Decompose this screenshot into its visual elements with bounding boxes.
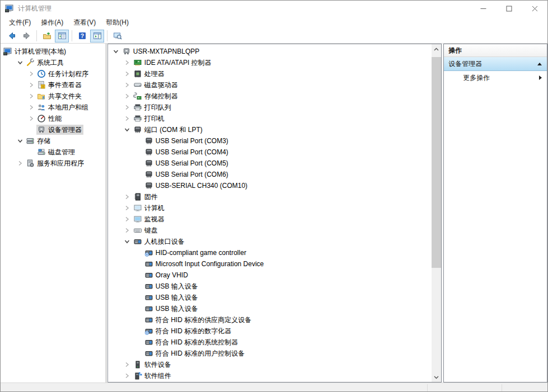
device-item[interactable]: USB Serial Port (COM6): [108, 169, 432, 180]
device-item[interactable]: 打印队列: [108, 102, 432, 113]
up-one-level-button[interactable]: [40, 30, 54, 42]
computer-management-window: 计算机管理 文件(F)操作(A)查看(V)帮助(H) ? 计算机管理(本地)系统…: [0, 0, 548, 392]
device-item-label: 监视器: [144, 215, 165, 224]
chevron-right-icon[interactable]: [26, 103, 36, 112]
tree-item-label: 设备管理器: [48, 125, 82, 134]
tree-item[interactable]: 存储: [1, 135, 106, 147]
chevron-down-icon[interactable]: [122, 237, 133, 246]
help-button[interactable]: ?: [75, 30, 89, 42]
scrollbar-thumb[interactable]: [432, 57, 441, 268]
device-item[interactable]: USR-MXTAPNBLQPP: [108, 46, 432, 57]
actions-group-title: 设备管理器: [448, 59, 482, 69]
device-item[interactable]: USB 输入设备: [108, 303, 432, 314]
chevron-down-icon[interactable]: [15, 58, 25, 67]
device-item-label: 存储控制器: [144, 92, 178, 101]
device-item[interactable]: 软件设备: [108, 359, 432, 370]
chevron-right-icon[interactable]: [15, 159, 25, 168]
device-item[interactable]: 符合 HID 标准的系统控制器: [108, 337, 432, 348]
device-item[interactable]: USB Serial Port (COM5): [108, 158, 432, 169]
chevron-right-icon[interactable]: [26, 92, 36, 101]
hid-icon: [144, 259, 153, 268]
chevron-right-icon[interactable]: [122, 92, 133, 101]
device-item[interactable]: HID-compliant game controller: [108, 247, 432, 258]
tree-item-label: 存储: [37, 136, 50, 145]
device-item[interactable]: USB 输入设备: [108, 281, 432, 292]
device-item[interactable]: 存储控制器: [108, 91, 432, 102]
tree-item[interactable]: 事件查看器: [1, 79, 106, 91]
actions-group-device-manager[interactable]: 设备管理器: [444, 57, 547, 71]
chevron-right-icon[interactable]: [26, 114, 36, 123]
maximize-button[interactable]: [496, 1, 522, 16]
tree-item[interactable]: 磁盘管理: [1, 147, 106, 158]
chevron-right-icon[interactable]: [122, 371, 133, 380]
hid-icon: [144, 349, 153, 358]
back-button[interactable]: [4, 30, 18, 42]
chevron-right-icon[interactable]: [122, 81, 133, 89]
collapse-group-icon[interactable]: [537, 63, 542, 65]
chevron-right-icon[interactable]: [122, 360, 133, 369]
device-item[interactable]: 软件组件: [108, 370, 432, 381]
hid-icon: [144, 293, 153, 302]
tree-item[interactable]: 共享文件夹: [1, 91, 106, 102]
device-item[interactable]: 磁盘驱动器: [108, 79, 432, 91]
device-item[interactable]: USB-SERIAL CH340 (COM10): [108, 180, 432, 191]
device-item[interactable]: 打印机: [108, 113, 432, 124]
menu-item[interactable]: 文件(F): [4, 16, 36, 29]
chevron-right-icon[interactable]: [26, 81, 36, 89]
scan-hardware-changes-button[interactable]: [110, 30, 124, 42]
device-item[interactable]: Microsoft Input Configuration Device: [108, 258, 432, 270]
chevron-down-icon[interactable]: [122, 125, 133, 134]
chevron-down-icon[interactable]: [111, 47, 121, 56]
chevron-slot: [133, 170, 144, 179]
chevron-right-icon[interactable]: [122, 215, 133, 224]
chevron-down-icon[interactable]: [15, 136, 25, 145]
chevron-right-icon[interactable]: [122, 103, 133, 112]
chevron-right-icon[interactable]: [26, 69, 36, 78]
more-actions-item[interactable]: 更多操作: [444, 71, 547, 84]
tree-item[interactable]: 系统工具: [1, 57, 106, 68]
menu-item[interactable]: 帮助(H): [101, 16, 134, 29]
device-item[interactable]: USB Serial Port (COM4): [108, 147, 432, 158]
device-item[interactable]: 键盘: [108, 225, 432, 236]
device-item[interactable]: 符合 HID 标准的用户控制设备: [108, 348, 432, 359]
tree-item[interactable]: 本地用户和组: [1, 102, 106, 113]
device-item[interactable]: IDE ATA/ATAPI 控制器: [108, 57, 432, 68]
device-item-label: 计算机: [144, 204, 165, 212]
scroll-up-button[interactable]: [432, 44, 441, 54]
device-item[interactable]: 计算机: [108, 202, 432, 214]
vertical-scrollbar[interactable]: [432, 44, 441, 382]
menu-item[interactable]: 操作(A): [36, 16, 68, 29]
device-item[interactable]: 监视器: [108, 214, 432, 225]
device-item[interactable]: 处理器: [108, 68, 432, 79]
chevron-right-icon[interactable]: [122, 58, 133, 67]
device-item[interactable]: 符合 HID 标准的供应商定义设备: [108, 314, 432, 325]
device-item[interactable]: 人机接口设备: [108, 236, 432, 247]
more-actions-arrow-icon: [539, 75, 542, 80]
forward-button[interactable]: [20, 30, 34, 42]
device-item[interactable]: 端口 (COM 和 LPT): [108, 124, 432, 135]
device-item[interactable]: Oray VHID: [108, 270, 432, 281]
show-action-pane-button[interactable]: [90, 30, 104, 42]
show-console-tree-button[interactable]: [55, 30, 69, 42]
device-item-label: 固件: [144, 192, 158, 201]
chevron-right-icon[interactable]: [122, 204, 133, 212]
tree-item[interactable]: 计算机管理(本地): [1, 46, 106, 57]
tree-item[interactable]: 性能: [1, 113, 106, 124]
chevron-right-icon[interactable]: [122, 69, 133, 78]
tree-item[interactable]: 任务计划程序: [1, 68, 106, 79]
tree-item[interactable]: 服务和应用程序: [1, 158, 106, 169]
menu-item[interactable]: 查看(V): [68, 16, 101, 29]
close-button[interactable]: [522, 1, 547, 16]
device-item[interactable]: USB 输入设备: [108, 292, 432, 303]
device-item[interactable]: 固件: [108, 191, 432, 202]
chevron-right-icon[interactable]: [122, 192, 133, 201]
chevron-right-icon[interactable]: [122, 114, 133, 123]
device-item[interactable]: 符合 HID 标准的数字化器: [108, 325, 432, 337]
more-actions-label: 更多操作: [463, 73, 490, 83]
hid-icon: [133, 237, 142, 246]
scroll-down-button[interactable]: [432, 372, 441, 382]
device-item[interactable]: USB Serial Port (COM3): [108, 135, 432, 147]
chevron-right-icon[interactable]: [122, 226, 133, 235]
tree-item[interactable]: 设备管理器: [1, 124, 106, 135]
minimize-button[interactable]: [470, 1, 496, 16]
